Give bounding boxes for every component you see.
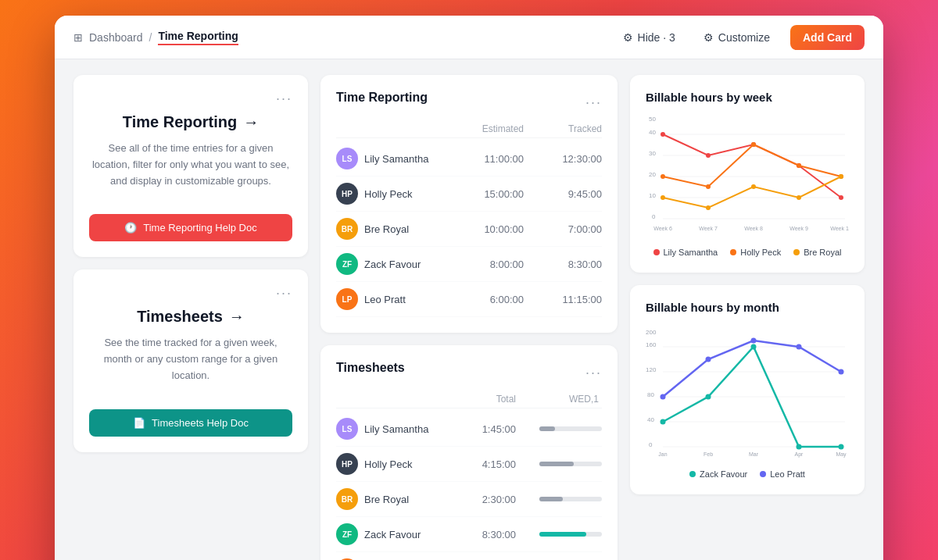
content-area: ··· Time Reporting → See all of the time…	[55, 59, 883, 560]
total-header: Total	[446, 394, 516, 405]
avatar: ZF	[336, 523, 358, 545]
total-value: 4:15:00	[446, 458, 516, 470]
svg-text:40: 40	[649, 129, 656, 136]
legend-lily: Lily Samantha	[653, 248, 718, 257]
estimated-value: 15:00:00	[446, 188, 524, 200]
legend-bre: Bre Royal	[793, 248, 841, 257]
time-reporting-card-desc: See all of the time entries for a given …	[89, 141, 292, 189]
estimated-header: Estimated	[446, 123, 524, 134]
svg-text:0: 0	[652, 213, 656, 220]
timesheets-row: ZF Zack Favour 8:30:00	[336, 517, 602, 552]
estimated-value: 10:00:00	[446, 223, 524, 235]
person-name: Bre Royal	[364, 494, 409, 505]
svg-point-50	[797, 444, 802, 450]
main-container: ⊞ Dashboard / Time Reporting ⚙ Hide · 3 …	[55, 16, 883, 560]
time-reporting-card-title: Time Reporting →	[89, 113, 292, 131]
svg-text:Jan: Jan	[658, 451, 667, 457]
estimated-value: 8:00:00	[446, 259, 524, 270]
svg-point-28	[751, 184, 756, 189]
svg-point-53	[706, 357, 711, 362]
svg-point-49	[751, 344, 757, 350]
row-name: BR Bre Royal	[336, 488, 446, 510]
svg-text:May: May	[836, 451, 847, 458]
clock-icon: 🕐	[124, 222, 137, 234]
timesheets-row: LS Lily Samantha 1:45:00	[336, 412, 602, 447]
hide-icon: ⚙	[623, 31, 633, 44]
svg-point-47	[661, 419, 666, 425]
svg-text:80: 80	[647, 391, 654, 398]
timesheets-help-button[interactable]: 📄 Timesheets Help Doc	[89, 409, 292, 437]
avatar: HP	[336, 453, 358, 475]
dashboard-icon: ⊞	[73, 31, 83, 44]
hide-button[interactable]: ⚙ Hide · 3	[615, 27, 683, 48]
svg-point-26	[661, 195, 665, 200]
tracked-value: 7:00:00	[524, 223, 602, 235]
left-column: ··· Time Reporting → See all of the time…	[73, 75, 308, 560]
estimated-value: 6:00:00	[446, 294, 524, 305]
doc-icon: 📄	[133, 417, 145, 429]
time-reporting-help-button[interactable]: 🕐 Time Reporting Help Doc	[89, 214, 292, 241]
time-reporting-table-menu[interactable]: ···	[585, 95, 602, 111]
svg-point-21	[661, 174, 665, 179]
legend-leo: Leo Pratt	[760, 469, 805, 479]
timesheets-card-title: Timesheets →	[89, 308, 292, 326]
row-name: BR Bre Royal	[336, 218, 446, 240]
svg-point-17	[706, 153, 711, 158]
timesheets-row: BR Bre Royal 2:30:00	[336, 482, 602, 517]
top-bar-actions: ⚙ Hide · 3 ⚙ Customize Add Card	[615, 25, 865, 50]
person-name: Zack Favour	[364, 259, 421, 270]
svg-text:10: 10	[649, 192, 656, 199]
customize-button[interactable]: ⚙ Customize	[696, 27, 778, 48]
svg-text:20: 20	[649, 171, 656, 178]
row-name: LP Leo Pratt	[336, 288, 446, 310]
person-name: Holly Peck	[364, 188, 412, 200]
time-reporting-rows: LS Lily Samantha 11:00:00 12:30:00 HP Ho…	[336, 141, 602, 317]
weekly-chart-svg: 0 10 20 30 40 50 Week 6 Week 7 Week 8	[646, 113, 849, 238]
person-name: Zack Favour	[364, 529, 421, 540]
svg-point-54	[751, 338, 757, 344]
svg-text:160: 160	[646, 341, 657, 348]
legend-holly: Holly Peck	[730, 248, 781, 257]
weekly-chart-card: Billable hours by week 0 10 20 30 40 50	[630, 75, 865, 273]
breadcrumb-home[interactable]: Dashboard	[89, 31, 143, 44]
time-reporting-info-card: ··· Time Reporting → See all of the time…	[73, 75, 308, 257]
svg-text:50: 50	[649, 116, 656, 123]
time-reporting-table-card: Time Reporting ··· Estimated Tracked LS …	[320, 75, 618, 333]
svg-point-56	[839, 369, 844, 375]
timesheets-table-header: Total WED,1	[336, 391, 602, 408]
avatar: LS	[336, 148, 358, 169]
middle-column: Time Reporting ··· Estimated Tracked LS …	[320, 75, 618, 560]
svg-point-30	[839, 174, 843, 179]
add-card-button[interactable]: Add Card	[790, 25, 865, 50]
weekly-chart-legend: Lily Samantha Holly Peck Bre Royal	[646, 248, 849, 257]
timesheets-card-desc: See the time tracked for a given week, m…	[89, 335, 292, 383]
total-value: 2:30:00	[446, 494, 516, 505]
tracked-value: 9:45:00	[524, 188, 602, 200]
customize-icon: ⚙	[704, 31, 714, 44]
svg-point-29	[797, 195, 801, 200]
person-name: Holly Peck	[364, 458, 412, 470]
bar-cell	[516, 426, 602, 431]
row-name: LS Lily Samantha	[336, 418, 446, 440]
svg-text:Mar: Mar	[749, 451, 759, 457]
timesheets-table-card: Timesheets ··· Total WED,1 LS Lily Saman…	[320, 345, 618, 560]
row-name: LS Lily Samantha	[336, 148, 446, 169]
svg-point-55	[797, 344, 802, 350]
svg-text:200: 200	[646, 329, 657, 336]
monthly-chart-svg: 0 40 80 120 160 200 Jan Feb Mar A	[646, 323, 849, 460]
progress-bar-fill	[539, 532, 586, 537]
bar-cell	[516, 462, 602, 466]
breadcrumb-separator: /	[149, 31, 152, 44]
right-column: Billable hours by week 0 10 20 30 40 50	[630, 75, 865, 560]
timesheets-menu-button[interactable]: ···	[276, 285, 292, 301]
tracked-header: Tracked	[524, 123, 602, 134]
arrow-icon-2: →	[229, 308, 245, 326]
timesheets-rows: LS Lily Samantha 1:45:00 HP Holly Peck 4…	[336, 412, 602, 560]
table-row: ZF Zack Favour 8:00:00 8:30:00	[336, 247, 602, 282]
progress-bar-fill	[539, 497, 563, 501]
timesheets-row: HP Holly Peck 4:15:00	[336, 447, 602, 482]
time-reporting-menu-button[interactable]: ···	[276, 91, 292, 107]
bar-cell	[516, 532, 602, 537]
timesheets-table-menu[interactable]: ···	[585, 365, 602, 381]
person-name: Leo Pratt	[364, 294, 406, 305]
